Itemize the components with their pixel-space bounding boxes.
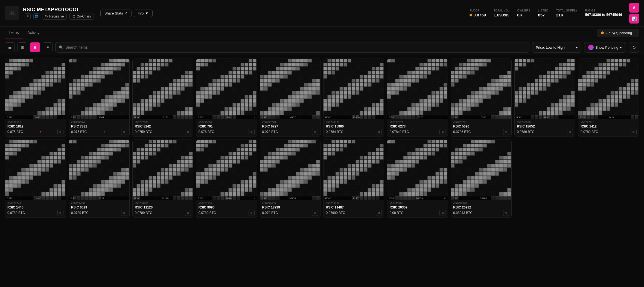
- nft-number: 6029: [99, 197, 104, 200]
- tabs-bar: Items Activity 2 buy(s) pending...: [0, 27, 644, 39]
- filter-button[interactable]: ☰: [5, 42, 15, 52]
- refresh-button[interactable]: ↻: [629, 42, 639, 53]
- globe-icon[interactable]: 🌐: [33, 13, 39, 19]
- nft-short-name: RSIC: [262, 197, 268, 200]
- nft-card[interactable]: RSIC 5320 ↑ #56726721 RSIC 5320 0.0786 B…: [451, 59, 512, 137]
- nft-price-row: 0.076 BTC ⧉: [199, 129, 255, 135]
- nft-trend-icon: ↓: [126, 116, 128, 119]
- nft-label-bar: RSIC 18652 ↑: [515, 115, 575, 119]
- nft-card[interactable]: RSIC 7881 ↓ #56737324 RSIC 7881 0.075 BT…: [69, 59, 130, 137]
- nft-expand-button[interactable]: ⧉: [185, 129, 191, 135]
- nft-name: RSIC 701: [199, 124, 255, 128]
- nft-card[interactable]: RSIC 18652 ↑ #56740568 RSIC 18652 0.0789…: [514, 59, 575, 137]
- nft-card[interactable]: RSIC 18939 ↑ #56739455 RSIC 18939 0.079 …: [260, 140, 321, 218]
- nft-card[interactable]: RSIC 8242 #56737685 RSIC 8242 0.0759 BTC…: [132, 59, 193, 137]
- nft-card[interactable]: RSIC 701 ↓ #56725602 RSIC 701 0.076 BTC …: [196, 59, 257, 137]
- collection-logo: RSICMETA: [5, 6, 19, 20]
- nft-image: RSIC 5320 ↑: [451, 59, 511, 119]
- nft-name: RSIC 18652: [517, 124, 573, 128]
- view-grid-large-button[interactable]: ⊟: [30, 42, 40, 52]
- nft-info: #56726721 RSIC 5320 0.0786 BTC ⧉: [451, 119, 511, 137]
- nft-expand-button[interactable]: ⧉: [121, 129, 127, 135]
- nft-short-name: RSIC: [262, 116, 268, 119]
- nft-card[interactable]: RSIC 1440 #56727741 RSIC 1440 0.0789 BTC…: [5, 140, 66, 218]
- nft-expand-button[interactable]: ⧉: [185, 210, 191, 216]
- btc-icon: [470, 14, 472, 16]
- nft-name: RSIC 6029: [71, 205, 127, 209]
- share-stats-button[interactable]: Share Stats ↗: [100, 10, 132, 17]
- nft-card[interactable]: RSIC 20282 ↓ #56739398 RSIC 20282 0.0804…: [451, 140, 512, 218]
- nft-number: 20359: [416, 197, 423, 200]
- nft-card[interactable]: RSIC 11120 ↓ #56734921 RSIC 11120 0.0789…: [132, 140, 193, 218]
- twitter-icon[interactable]: 𝕏: [25, 13, 31, 19]
- nft-card[interactable]: RSIC 20359 ✕ #56743206 RSIC 20359 0.08 B…: [387, 140, 448, 218]
- nft-expand-button[interactable]: ⧉: [312, 210, 318, 216]
- nft-label-bar: RSIC 1812 ↓: [5, 115, 66, 119]
- nft-expand-button[interactable]: ⧉: [503, 129, 509, 135]
- nft-label-bar: RSIC 20282 ↓: [451, 196, 511, 200]
- nft-expand-button[interactable]: ⧉: [631, 129, 637, 135]
- nft-number: 7881: [99, 116, 104, 119]
- nft-name: RSIC 1812: [7, 124, 63, 128]
- nft-expand-button[interactable]: ⧉: [57, 129, 63, 135]
- sort-dropdown[interactable]: Price: Low to High ▾: [532, 42, 581, 53]
- nft-expand-button[interactable]: ⧉: [121, 210, 127, 216]
- nft-image: RSIC 7881 ↓: [69, 59, 129, 119]
- nft-token-id: #56739398: [453, 202, 509, 205]
- nft-expand-button[interactable]: ⧉: [567, 129, 573, 135]
- nft-expand-button[interactable]: ⧉: [439, 210, 445, 216]
- search-input[interactable]: [65, 45, 526, 50]
- top-right-btn-2[interactable]: 📊: [629, 14, 639, 24]
- view-list-button[interactable]: ≡: [43, 42, 53, 52]
- nft-expand-button[interactable]: ⧉: [249, 210, 255, 216]
- nft-short-name: RSIC: [134, 197, 140, 200]
- nft-expand-button[interactable]: ⧉: [439, 129, 445, 135]
- nft-trend-icon: ↓: [190, 197, 191, 200]
- nft-price-row: 0.0784 BTC ⧉: [326, 129, 382, 135]
- nft-price: 0.075 BTC: [71, 130, 87, 134]
- nft-image: RSIC 1812 ↓: [5, 59, 66, 119]
- nft-image: RSIC 18939 ↑: [260, 140, 320, 200]
- nft-expand-button[interactable]: ⧉: [249, 129, 255, 135]
- nft-card[interactable]: RSIC 6727 #56730228 RSIC 6727 0.078 BTC …: [260, 59, 321, 137]
- nft-name: RSIC 1412: [581, 124, 637, 128]
- nft-image: RSIC 6273: [387, 59, 448, 119]
- nft-name: RSIC 8242: [135, 124, 191, 128]
- nft-price: 0.0789 BTC: [517, 130, 534, 134]
- pending-badge[interactable]: 2 buy(s) pending...: [597, 29, 639, 37]
- nft-trend-icon: ↓: [63, 116, 64, 119]
- nft-price: 0.075 BTC: [7, 130, 23, 134]
- nft-token-id: #56737685: [135, 121, 191, 124]
- nft-expand-button[interactable]: ⧉: [503, 210, 509, 216]
- nft-card[interactable]: RSIC 1812 ↓ #56728113 RSIC 1812 0.075 BT…: [5, 59, 66, 137]
- nft-trend-icon: ↓: [509, 197, 510, 200]
- show-pending-button[interactable]: Show Pending ▾: [584, 42, 626, 53]
- nft-card[interactable]: RSIC 6273 #56727674 RSIC 6273 0.07849 BT…: [387, 59, 448, 137]
- view-grid-small-button[interactable]: ⊞: [18, 42, 27, 52]
- nft-price: 0.0789 BTC: [7, 211, 25, 215]
- nft-expand-button[interactable]: ⧉: [57, 210, 63, 216]
- nft-expand-button[interactable]: ⧉: [376, 210, 382, 216]
- nft-expand-button[interactable]: ⧉: [376, 129, 382, 135]
- nft-token-id: #56727674: [389, 121, 445, 124]
- nft-token-id: #56744427: [326, 121, 382, 124]
- nft-expand-button[interactable]: ⧉: [312, 129, 318, 135]
- onchain-tag: ⬡ On-Chain: [69, 13, 94, 20]
- social-icons: 𝕏 🌐 ↻ Recursive ⬡ On-Chain: [25, 13, 94, 20]
- tab-activity[interactable]: Activity: [23, 27, 44, 39]
- nft-card[interactable]: RSIC 9096 ↓ #56737139 RSIC 9096 0.0789 B…: [196, 140, 257, 218]
- info-button[interactable]: Info ▼: [134, 10, 153, 17]
- nft-card[interactable]: RSIC 1412 #56727713 RSIC 1412 0.0789 BTC…: [578, 59, 639, 137]
- sort-chevron-icon: ▾: [576, 45, 578, 50]
- nft-info: #56739455 RSIC 18939 0.079 BTC ⧉: [260, 200, 320, 218]
- nft-card[interactable]: RSIC 11487 ↑ #56733888 RSIC 11487 0.0799…: [323, 140, 384, 218]
- nft-name: RSIC 11120: [135, 205, 191, 209]
- nft-price-row: 0.079 BTC ⧉: [262, 210, 318, 216]
- nft-image: RSIC 11120 ↓: [133, 140, 193, 200]
- nft-card[interactable]: RSIC 6029 ↑ #56727430 RSIC 6029 0.0789 B…: [69, 140, 130, 218]
- top-right-btn-1[interactable]: A: [629, 3, 639, 13]
- nft-card[interactable]: RSIC 15980 ↑ #56744427 RSIC 15980 0.0784…: [323, 59, 384, 137]
- tab-items[interactable]: Items: [5, 27, 23, 39]
- nft-short-name: RSIC: [7, 197, 13, 200]
- stat-listed: LISTED 857: [538, 9, 548, 17]
